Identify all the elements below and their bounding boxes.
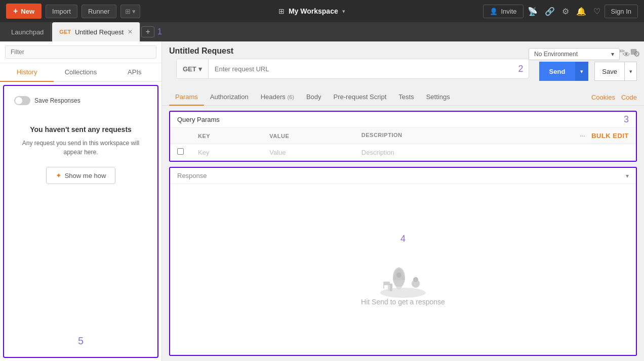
pre-request-tab-label: Pre-request Script	[334, 93, 387, 101]
grid-icon: ⊞	[278, 7, 285, 15]
layout-switcher[interactable]: ⊞ ▾	[120, 5, 141, 18]
new-button[interactable]: + New	[6, 4, 42, 19]
params-value-header: VALUE	[262, 128, 354, 144]
launchpad-tab-label: Launchpad	[11, 28, 44, 36]
step-3-label: 3	[624, 114, 629, 125]
send-button[interactable]: Send	[539, 62, 576, 81]
satellite-icon[interactable]: 📡	[528, 7, 538, 16]
sidebar-item-apis[interactable]: APIs	[108, 63, 162, 82]
link-icon[interactable]: 🔗	[545, 7, 555, 16]
code-link[interactable]: Code	[621, 94, 637, 101]
sidebar-item-collections[interactable]: Collections	[54, 63, 107, 82]
user-icon: 👤	[490, 8, 498, 15]
settings-env-icon[interactable]: ⚙	[633, 50, 640, 59]
url-bar: GET ▾ 2	[176, 59, 529, 79]
send-dropdown-button[interactable]: ▾	[575, 62, 588, 81]
environment-chevron-icon: ▾	[611, 51, 614, 58]
workspace-name: My Workspace	[289, 7, 338, 15]
save-responses-toggle[interactable]	[14, 96, 30, 105]
method-label: GET	[183, 65, 196, 73]
empty-state: You haven't sent any requests Any reques…	[14, 115, 147, 194]
tab-authorization[interactable]: Authorization	[204, 89, 255, 106]
tab-tests[interactable]: Tests	[392, 89, 420, 106]
row-description-cell[interactable]: Description	[354, 144, 636, 161]
top-bar: + New Import Runner ⊞ ▾ ⊞ My Workspace ▾…	[0, 0, 644, 22]
step-2-label: 2	[518, 64, 524, 74]
headers-tab-label: Headers	[261, 93, 286, 101]
tab-method-badge: GET	[59, 29, 71, 35]
eye-icon[interactable]: 👁	[623, 50, 630, 59]
params-section: Query Params 3 KEY VALUE DESCRIPTION ···…	[169, 111, 637, 162]
svg-point-0	[380, 288, 426, 298]
show-me-how-button[interactable]: ✦ Show me how	[46, 167, 116, 184]
sidebar-search-area	[0, 41, 162, 63]
environment-select[interactable]: No Environment ▾	[529, 48, 620, 60]
svg-point-4	[413, 277, 418, 282]
invite-button[interactable]: 👤 Invite	[483, 5, 523, 18]
params-description-header: DESCRIPTION ··· Bulk Edit	[354, 128, 636, 144]
row-checkbox[interactable]	[177, 148, 184, 155]
bulk-edit-link[interactable]: Bulk Edit	[591, 132, 629, 140]
params-table: KEY VALUE DESCRIPTION ··· Bulk Edit	[170, 127, 636, 161]
row-key-cell[interactable]: Key	[191, 144, 262, 161]
sparkle-icon: ✦	[56, 171, 62, 179]
tab-body[interactable]: Body	[300, 89, 328, 106]
invite-label: Invite	[501, 8, 516, 15]
send-button-group: Send ▾	[539, 62, 589, 81]
svg-point-2	[396, 273, 401, 278]
svg-rect-6	[384, 282, 390, 285]
runner-button[interactable]: Runner	[82, 5, 116, 18]
request-panel: Untitled Request BUILD ✏ ▦ GET ▾ 2 Send …	[162, 41, 644, 361]
request-tab[interactable]: GET Untitled Request ✕	[52, 22, 140, 41]
row-value-cell[interactable]: Value	[262, 144, 354, 161]
tab-area: Launchpad GET Untitled Request ✕ + 1 No …	[0, 22, 644, 41]
tab-settings[interactable]: Settings	[420, 89, 456, 106]
history-tab-label: History	[17, 68, 37, 76]
close-tab-icon[interactable]: ✕	[128, 28, 133, 35]
method-select[interactable]: GET ▾	[177, 59, 209, 78]
tab-step-num: 1	[157, 27, 162, 36]
url-input[interactable]	[209, 59, 518, 78]
add-tab-button[interactable]: +	[141, 26, 154, 37]
cookies-link[interactable]: Cookies	[591, 94, 615, 101]
empty-description: Any request you send in this workspace w…	[19, 139, 142, 157]
sign-in-button[interactable]: Sign In	[605, 5, 638, 18]
plus-icon: +	[13, 7, 18, 16]
response-chevron-icon[interactable]: ▾	[626, 172, 629, 179]
new-button-label: New	[21, 8, 34, 15]
save-button-group: Save ▾	[594, 62, 637, 81]
params-checkbox-header	[170, 128, 191, 144]
step-4-label: 4	[400, 234, 406, 244]
rocket-illustration	[373, 247, 433, 298]
heart-icon[interactable]: ♡	[593, 7, 600, 16]
workspace-area: ⊞ My Workspace ▾	[144, 7, 479, 15]
tests-tab-label: Tests	[398, 93, 414, 101]
tab-headers[interactable]: Headers (6)	[255, 89, 300, 106]
response-header: Response ▾	[170, 168, 636, 184]
method-chevron-icon: ▾	[198, 65, 202, 73]
tab-pre-request[interactable]: Pre-request Script	[328, 89, 393, 106]
environment-bar: No Environment ▾ 👁 ⚙	[529, 44, 644, 64]
response-body: 4	[170, 184, 636, 355]
params-key-header: KEY	[191, 128, 262, 144]
svg-rect-8	[390, 284, 392, 291]
request-title: Untitled Request	[169, 47, 233, 56]
show-me-how-label: Show me how	[65, 172, 106, 179]
params-dots-menu[interactable]: ···	[580, 133, 585, 139]
params-tab-label: Params	[175, 93, 198, 101]
bell-icon[interactable]: 🔔	[576, 7, 586, 16]
body-tab-label: Body	[306, 93, 321, 101]
settings-icon[interactable]: ⚙	[562, 7, 569, 16]
import-button[interactable]: Import	[46, 5, 77, 18]
save-dropdown-button[interactable]: ▾	[625, 62, 637, 81]
sidebar: History Collections APIs Save Responses …	[0, 41, 162, 361]
launchpad-tab[interactable]: Launchpad	[4, 22, 51, 41]
save-button[interactable]: Save	[594, 62, 625, 81]
sidebar-item-history[interactable]: History	[0, 63, 54, 82]
filter-input[interactable]	[5, 46, 156, 59]
empty-title: You haven't sent any requests	[30, 125, 132, 133]
collections-tab-label: Collections	[65, 68, 97, 76]
workspace-chevron-icon[interactable]: ▾	[342, 8, 345, 15]
tab-request-name: Untitled Request	[75, 28, 124, 36]
tab-params[interactable]: Params	[169, 89, 204, 106]
